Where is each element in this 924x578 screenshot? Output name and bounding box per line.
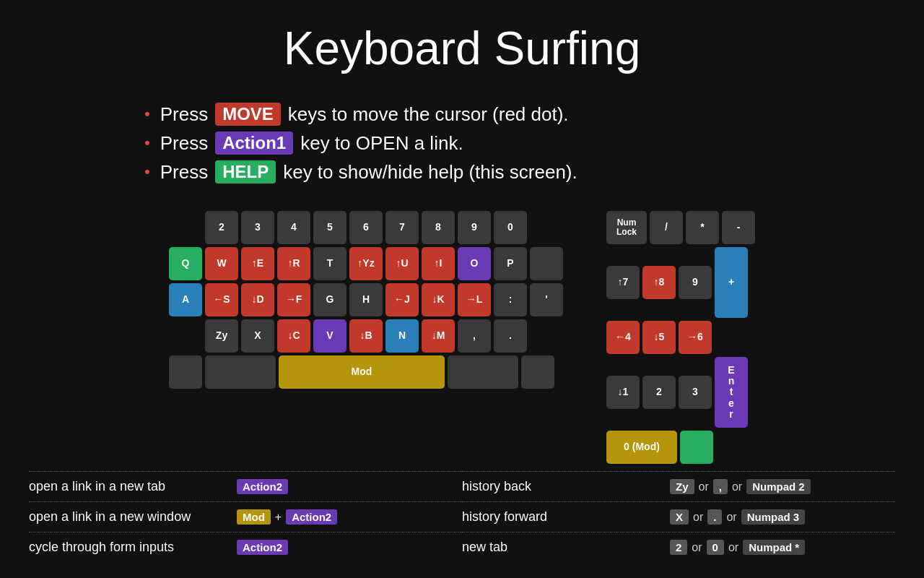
key-b: ↓B [349,319,383,353]
instruction-action1-before: Press [160,132,208,155]
key-colon: : [494,283,527,316]
legend-form-inputs-label: cycle through form inputs [29,540,231,555]
bullet-move: • [144,105,150,124]
keyboards-container: 2 3 4 5 6 7 8 9 0 Q W ↑E ↑R T ↑Yz ↑U ↑I … [0,211,924,464]
key-numpad3-forward: Numpad 3 [741,509,806,525]
key-l: →L [458,283,491,316]
key-h: H [349,283,383,316]
key-9: 9 [458,211,491,244]
legend-form-inputs: cycle through form inputs Action2 [29,532,462,562]
instruction-move-after: keys to move the cursor (red dot). [288,103,569,126]
key-num-4: ←4 [606,321,640,354]
key-spacer-4 [530,319,563,353]
instruction-action1-after: key to OPEN a link. [300,132,463,155]
key-row-qwerty: Q W ↑E ↑R T ↑Yz ↑U ↑I O P [169,247,563,280]
key-4: 4 [277,211,310,244]
key-num-8: ↑8 [642,266,676,299]
bullet-action1: • [144,134,150,152]
numpad-row-top: NumLock / * - [606,211,755,244]
key-r: ↑R [277,247,310,280]
legend-history-back: history back Zy or , or Numpad 2 [462,471,895,501]
key-0-newtab: 0 [707,540,724,555]
key-numlock: NumLock [606,211,647,244]
legend-new-window-label: open a link in a new window [29,509,231,525]
key-y: ↑Yz [349,247,383,280]
main-keyboard: 2 3 4 5 6 7 8 9 0 Q W ↑E ↑R T ↑Yz ↑U ↑I … [169,211,563,464]
instruction-action1: • Press Action1 key to OPEN a link. [144,131,924,155]
key-quote: ' [530,283,563,316]
key-comma-back: , [713,479,728,494]
or-1: or [699,480,709,493]
plus-sign: + [275,511,282,524]
key-action2-new-tab: Action2 [237,479,288,494]
legend-new-tab-right: new tab 2 or 0 or Numpad * [462,532,895,562]
instruction-help: • Press HELP key to show/hide help (this… [144,160,924,184]
numpad-row-123: ↓1 2 3 Enter [606,357,755,428]
key-mod-window: Mod [237,509,271,525]
legend-new-tab-right-label: new tab [462,540,664,555]
key-2-newtab: 2 [670,540,687,555]
instruction-help-after: key to show/hide help (this screen). [283,161,578,184]
key-spacer-3 [169,319,202,353]
legend-new-window-keys: Mod + Action2 [237,509,337,525]
key-n: N [385,319,419,353]
key-row-zxcv: Zy X ↓C V ↓B N ↓M , . [169,319,563,353]
key-comma: , [458,319,491,353]
key-zy: Zy [205,319,238,353]
key-num-slash: / [650,211,683,244]
instruction-help-before: Press [160,161,208,184]
badge-move: MOVE [215,103,281,126]
key-alt-r [448,355,518,389]
legend-history-forward-keys: X or . or Numpad 3 [670,509,805,525]
or-3: or [693,511,703,524]
key-i: ↑I [422,247,455,280]
key-alt-l [205,355,276,389]
key-num-5: ↓5 [642,321,676,354]
key-num-plus: + [715,247,748,318]
key-num-minus: - [722,211,755,244]
numpad-row-0: 0 (Mod) [606,431,755,464]
key-zy-back: Zy [670,479,694,494]
legend-left: open a link in a new tab Action2 open a … [29,471,462,562]
legend-history-back-label: history back [462,479,664,494]
key-w: W [205,247,238,280]
key-a: A [169,283,202,316]
key-num-dot [680,431,713,464]
numpad-row-789: ↑7 ↑8 9 + [606,247,755,318]
key-num-6: →6 [679,321,712,354]
badge-action1: Action1 [215,131,293,155]
key-num-1: ↓1 [606,376,640,409]
key-o: O [458,247,491,280]
badge-help: HELP [215,160,276,184]
key-num-9: 9 [679,266,712,299]
key-period-forward: . [707,509,722,525]
key-x: X [241,319,274,353]
key-spacer-1 [169,211,202,244]
key-m: ↓M [422,319,455,353]
key-c: ↓C [277,319,310,353]
or-5: or [692,541,702,554]
key-s: ←S [205,283,238,316]
instructions-section: • Press MOVE keys to move the cursor (re… [0,90,924,197]
legend-new-tab-keys: Action2 [237,479,288,494]
key-numpad2-back: Numpad 2 [746,479,811,494]
key-mod: Mod [279,355,445,389]
legend-form-inputs-keys: Action2 [237,540,288,555]
key-k: ↓K [422,283,455,316]
key-x-forward: X [670,509,689,525]
key-j: ←J [385,283,419,316]
key-v: V [313,319,346,353]
or-6: or [728,541,738,554]
key-p: P [494,247,527,280]
key-d: ↓D [241,283,274,316]
key-3: 3 [241,211,274,244]
key-u: ↑U [385,247,419,280]
key-t: T [313,247,346,280]
legend-history-back-keys: Zy or , or Numpad 2 [670,479,811,494]
key-8: 8 [422,211,455,244]
key-num-enter: Enter [715,357,748,428]
key-ctrl-r [521,355,554,389]
key-row-space: Mod [169,355,563,389]
legend-new-window: open a link in a new window Mod + Action… [29,501,462,532]
instruction-move-before: Press [160,103,208,126]
